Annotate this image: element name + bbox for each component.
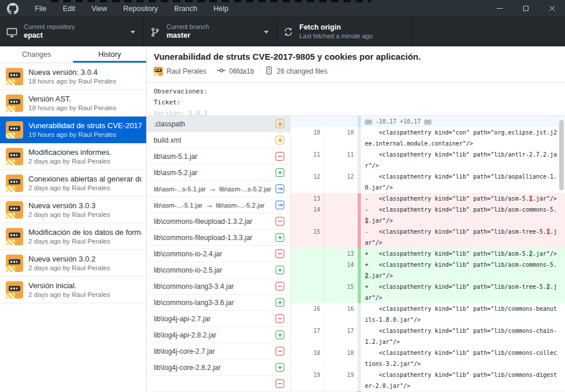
file-list-item[interactable]: lib\commons-lang3-3.4.jar [147,278,290,295]
file-list-item[interactable]: lib\commons-lang3-3.6.jar [147,295,290,311]
file-list-item[interactable] [147,376,290,392]
avatar [6,68,23,85]
file-name: lib\asm-...-5.1.jar→lib\asm-...-5.2.jar [154,201,272,209]
commit-list-item[interactable]: Nueva versión 3.0.22 days ago by Raul Pe… [0,250,146,277]
commit-list-item[interactable]: Versión inicial.2 days ago by Raul Peral… [0,277,146,303]
diff-code-line: + <classpathentry kind="lib" path="lib/a… [361,248,559,259]
commit-description: Observaciones:Ticket:Versión: 3.0.3 [147,83,565,116]
commit-item-meta: 2 days ago by Raul Perales [28,211,142,218]
file-list-item[interactable]: lib\asm-5.2.jar [147,165,290,181]
commit-list-item[interactable]: Modificación de los datos de forma...2 d… [0,223,146,250]
diff-new-line-number [324,193,358,204]
diff-row-ctx: 1212 <classpathentry kind="lib" path="li… [291,171,565,193]
diff-new-line-number: 18 [324,347,358,369]
diff-row-add: 15+ <classpathentry kind="lib" path="lib… [291,281,565,303]
diff-old-line-number: 19 [291,369,324,391]
changed-files-icon [265,66,273,77]
diff-new-line-number [324,226,358,248]
avatar [6,121,23,139]
commit-list-item[interactable]: Modificaciones informes.2 days ago by Ra… [0,143,146,170]
avatar-visor [155,69,162,72]
commit-list-item[interactable]: Conexiones abiertas al generar doc...2 d… [0,170,146,197]
diff-code-line: <classpathentry kind="lib" path="lib/com… [361,303,559,325]
current-repository-button[interactable]: Current repository epact [0,17,144,46]
diff-code-segment: + <classpathentry kind="lib" path="lib/a… [365,284,546,290]
diff-old-line-number: 14 [291,204,324,226]
file-name-text: build.xml [154,136,181,144]
file-list-item[interactable]: lib\asm-...s-5.1.jar→lib\asm-...s-5.2.ja… [147,181,290,197]
commit-text: Modificación de los datos de forma...2 d… [28,228,142,245]
diff-old-line-number: 16 [291,303,324,325]
commit-text: Versión inicial.2 days ago by Raul Peral… [28,281,142,298]
diff-old-line-number: 15 [291,226,324,248]
maximize-button[interactable] [513,0,539,17]
menu-item-view[interactable]: View [84,0,115,17]
status-added-icon [276,331,284,339]
file-list-item[interactable]: lib\asm-5.1.jar [147,148,290,165]
menu-item-branch[interactable]: Branch [166,0,205,17]
diff-row-ctx: 1111 <classpathentry kind="lib" path="li… [291,149,565,171]
commit-text: Modificaciones informes.2 days ago by Ra… [28,148,142,165]
diff-old-line-number [291,116,324,127]
current-repository-label: Current repository [24,23,75,31]
file-name: lib\commons-lang3-3.4.jar [154,282,272,291]
file-name: lib\log4j-api-2.8.2.jar [154,331,272,339]
tab-changes[interactable]: Changes [0,46,73,63]
status-renamed-icon [276,201,284,209]
menu-item-repository[interactable]: Repository [115,0,166,17]
file-list-item[interactable]: .classpath [147,116,290,132]
menu-item-edit[interactable]: Edit [55,0,84,17]
minimize-button[interactable] [487,0,513,17]
avatar-visor [9,259,20,264]
commit-list-item[interactable]: Nueva versión: 3.0.418 hours ago by Raul… [0,63,146,90]
avatar-badge [6,213,15,219]
commit-list-item[interactable]: Vunerabilidad de struts CVE-2017-9...19 … [0,117,146,143]
diff-old-line-number: 11 [291,149,324,171]
git-branch-icon [150,27,160,37]
file-name: lib\commons-fileupload-1.3.3.jar [154,234,272,242]
file-name-text: lib\commons-lang3-3.4.jar [154,282,234,291]
commit-list-item[interactable]: Nueva versión 3.0.32 days ago by Raul Pe… [0,197,146,223]
commit-list-item[interactable]: Versión AST.18 hours ago by Raul Perales [0,90,146,117]
file-list-item[interactable]: lib\log4j-api-2.7.jar [147,311,290,327]
diff-code-line: <classpathentry kind="lib" path="lib/aop… [361,171,559,193]
current-branch-button[interactable]: Current branch master [144,17,277,46]
commit-text: Conexiones abiertas al generar doc...2 d… [28,175,142,191]
file-list-item[interactable]: lib\commons-fileupload-1.3.2.jar [147,213,290,230]
file-list-item[interactable]: lib\log4j-api-2.8.2.jar [147,327,290,343]
diff-code-segment: .jar"/> [533,251,557,257]
diff-code-segment: - <classpathentry kind="lib" path="lib/a… [365,206,557,213]
diff-row-ctx: 1010 <classpathentry kind="con" path="or… [291,127,565,149]
status-added-icon [276,266,284,274]
file-list-item[interactable]: lib\commons-fileupload-1.3.3.jar [147,230,290,246]
file-name-text: lib\asm-5.1.jar [154,153,197,161]
file-list-item[interactable]: lib\commons-io-2.4.jar [147,246,290,262]
diff-code-segment: <classpathentry kind="lib" path="lib/aop… [365,173,557,191]
status-added-icon [276,363,284,372]
menu-item-help[interactable]: Help [205,0,237,17]
status-removed-icon [276,249,284,258]
file-name: lib\asm-5.1.jar [154,153,272,161]
file-list-item[interactable]: lib\log4j-core-2.8.2.jar [147,360,290,376]
tab-history[interactable]: History [73,46,146,63]
diff-code-line: + <classpathentry kind="lib" path="lib/a… [361,259,559,281]
avatar-visor [9,126,20,131]
diff-code-line: <classpathentry kind="lib" path="lib/com… [361,325,559,347]
menu-item-file[interactable]: File [27,0,55,17]
file-list-item[interactable]: lib\log4j-core-2.7.jar [147,343,290,360]
file-list-item[interactable]: lib\commons-io-2.5.jar [147,262,290,278]
diff-code-segment: + <classpathentry kind="lib" path="lib/a… [365,262,557,268]
file-name: lib\log4j-core-2.8.2.jar [154,364,272,372]
close-button[interactable] [539,0,565,17]
file-list-item[interactable]: build.xml [147,132,290,148]
fetch-origin-button[interactable]: Fetch origin Last fetched a minute ago [277,17,412,46]
avatar-badge [6,79,15,85]
changed-files-count: 26 changed files [277,67,327,75]
file-name-text: lib\log4j-core-2.7.jar [154,347,215,355]
diff-scrollbar-thumb[interactable] [559,120,564,190]
maximize-icon [523,6,528,11]
file-list-item[interactable]: lib\asm-...-5.1.jar→lib\asm-...-5.2.jar [147,197,290,213]
diff-code-segment: <classpathentry kind="con" path="org.ecl… [365,129,557,147]
commit-item-title: Versión AST. [28,95,142,103]
commit-hash[interactable]: 06fda1b [229,67,254,75]
